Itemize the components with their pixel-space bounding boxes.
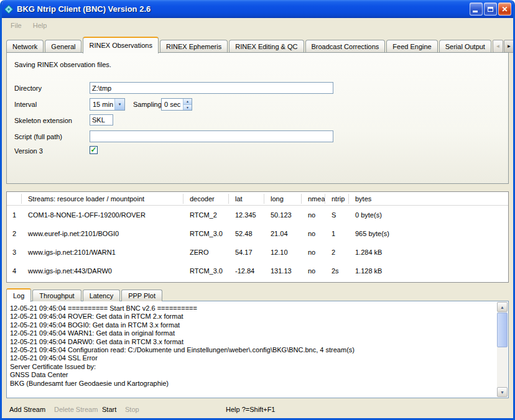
- cell-nmea: no: [302, 267, 325, 275]
- cell-decoder: RTCM_2: [183, 211, 229, 219]
- sampling-stepper[interactable]: 0 sec ▲ ▼: [161, 98, 192, 111]
- tab-feed-engine[interactable]: Feed Engine: [386, 40, 437, 53]
- cell-ntrip: 2: [325, 249, 349, 256]
- log-line: BKG (Bundesamt fuer Geodaesie und Kartog…: [10, 380, 494, 388]
- window-title: BKG Ntrip Client (BNC) Version 2.6: [17, 4, 470, 14]
- cell-long: 131.13: [264, 267, 302, 275]
- log-line: GNSS Data Center: [10, 371, 494, 379]
- log-line: 12-05-21 09:45:04 BOGI0: Get data in RTC…: [10, 321, 494, 329]
- interval-label: Interval: [14, 101, 37, 108]
- table-row[interactable]: 4 www.igs-ip.net:443/DARW0 RTCM_3.0 -12.…: [7, 262, 508, 280]
- arrow-up-icon: ▲: [500, 305, 504, 309]
- tab-general[interactable]: General: [45, 40, 81, 53]
- tab-log[interactable]: Log: [6, 288, 31, 302]
- cell-lat: 54.17: [229, 249, 264, 256]
- tab-serial-output[interactable]: Serial Output: [439, 40, 491, 53]
- log-panel: 12-05-21 09:45:04 ========== Start BNC v…: [6, 301, 509, 398]
- cell-mountpoint: www.igs-ip.net:443/DARW0: [22, 267, 183, 275]
- directory-label: Directory: [14, 84, 42, 92]
- tab-rinex-ephemeris[interactable]: RINEX Ephemeris: [160, 40, 228, 53]
- tab-scroll-right-button[interactable]: ►: [504, 40, 514, 53]
- scrollbar-thumb[interactable]: [497, 313, 508, 347]
- interval-value: 15 min: [90, 101, 114, 108]
- cell-bytes: 1.128 kB: [349, 267, 508, 275]
- cell-decoder: ZERO: [183, 249, 229, 256]
- tab-throughput[interactable]: Throughput: [32, 290, 81, 301]
- start-button[interactable]: Start: [102, 406, 116, 413]
- interval-dropdown[interactable]: 15 min ▼: [90, 98, 125, 111]
- log-line: 12-05-21 09:45:04 DARW0: Get data in RTC…: [10, 338, 494, 346]
- maximize-button[interactable]: [484, 2, 497, 16]
- arrow-down-icon: ▼: [500, 390, 504, 395]
- help-shortcut-label: Help ?=Shift+F1: [226, 406, 276, 413]
- table-row[interactable]: 2 www.euref-ip.net:2101/BOGI0 RTCM_3.0 5…: [7, 224, 508, 243]
- tab-ppp-plot[interactable]: PPP Plot: [121, 290, 162, 301]
- chevron-left-icon: ◄: [495, 43, 500, 49]
- log-line: 12-05-21 09:45:04 ========== Start BNC v…: [10, 304, 494, 313]
- cell-long: 21.04: [264, 230, 302, 237]
- table-row[interactable]: 3 www.igs-ip.net:2101/WARN1 ZERO 54.17 1…: [7, 243, 508, 262]
- statusbar: Add Stream Delete Stream Start Stop Help…: [2, 402, 513, 418]
- cell-bytes: 0 byte(s): [349, 211, 508, 219]
- skeleton-extension-input[interactable]: [90, 114, 113, 126]
- cell-mountpoint: www.igs-ip.net:2101/WARN1: [22, 249, 183, 256]
- maximize-icon: [488, 7, 493, 12]
- scroll-up-button[interactable]: ▲: [497, 302, 508, 312]
- header-long: long: [264, 194, 302, 204]
- sampling-spin-buttons: ▲ ▼: [183, 99, 192, 110]
- directory-input[interactable]: [90, 82, 333, 94]
- menubar: File Help: [2, 18, 513, 32]
- cell-long: 50.123: [264, 211, 302, 219]
- row-number: 1: [7, 211, 22, 219]
- cell-mountpoint: COM1-8-NONE-1-OFF-19200/ROVER: [22, 211, 183, 219]
- tabbar: Network General RINEX Observations RINEX…: [6, 35, 509, 53]
- spinner-down-icon[interactable]: ▼: [183, 104, 192, 111]
- menu-help[interactable]: Help: [27, 20, 53, 31]
- cell-decoder: RTCM_3.0: [183, 267, 229, 275]
- header-mountpoint: Streams: resource loader / mountpoint: [22, 194, 183, 204]
- cell-mountpoint: www.euref-ip.net:2101/BOGI0: [22, 230, 183, 237]
- table-row[interactable]: 1 COM1-8-NONE-1-OFF-19200/ROVER RTCM_2 1…: [7, 206, 508, 224]
- scroll-down-button[interactable]: ▼: [497, 387, 508, 397]
- tab-rinex-editing-qc[interactable]: RINEX Editing & QC: [229, 40, 304, 53]
- tab-network[interactable]: Network: [6, 40, 44, 53]
- version3-label: Version 3: [14, 147, 43, 155]
- cell-nmea: no: [302, 211, 325, 219]
- row-number: 3: [7, 249, 22, 256]
- minimize-button[interactable]: [470, 2, 483, 16]
- bottom-tabbar: Log Throughput Latency PPP Plot: [6, 288, 164, 301]
- cell-nmea: no: [302, 230, 325, 237]
- version3-checkbox[interactable]: ✓: [90, 146, 98, 154]
- cell-ntrip: 2s: [325, 267, 349, 275]
- add-stream-button[interactable]: Add Stream: [9, 406, 45, 413]
- cell-lat: 12.345: [229, 211, 264, 219]
- panel-description: Saving RINEX observation files.: [14, 61, 111, 68]
- script-path-input[interactable]: [90, 130, 333, 142]
- skeleton-extension-label: Skeleton extension: [14, 117, 72, 124]
- tab-broadcast-corrections[interactable]: Broadcast Corrections: [305, 40, 386, 53]
- log-scrollbar[interactable]: ▲ ▼: [497, 302, 508, 397]
- tab-scroll-controls: ◄ ►: [493, 40, 514, 53]
- chevron-down-icon[interactable]: ▼: [114, 99, 124, 110]
- menu-file[interactable]: File: [5, 20, 27, 31]
- minimize-icon: [473, 11, 478, 12]
- header-nmea: nmea: [302, 194, 325, 204]
- rinex-observations-panel: Saving RINEX observation files. Director…: [6, 52, 509, 184]
- tab-latency[interactable]: Latency: [83, 290, 121, 301]
- cell-bytes: 1.284 kB: [349, 249, 508, 256]
- cell-ntrip: 1: [325, 230, 349, 237]
- log-lines: 12-05-21 09:45:04 ========== Start BNC v…: [10, 304, 494, 388]
- titlebar[interactable]: BKG Ntrip Client (BNC) Version 2.6 ✕: [0, 0, 515, 18]
- tab-scroll-left-button[interactable]: ◄: [493, 40, 503, 53]
- close-button[interactable]: ✕: [498, 2, 511, 16]
- stop-button[interactable]: Stop: [125, 406, 139, 413]
- chevron-right-icon: ►: [506, 43, 511, 49]
- close-icon: ✕: [501, 6, 508, 13]
- cell-lat: 52.48: [229, 230, 264, 237]
- streams-table-header: Streams: resource loader / mountpoint de…: [7, 192, 508, 206]
- tab-rinex-observations[interactable]: RINEX Observations: [83, 37, 158, 53]
- delete-stream-button[interactable]: Delete Stream: [54, 406, 98, 413]
- cell-long: 12.10: [264, 249, 302, 256]
- spinner-up-icon[interactable]: ▲: [183, 99, 192, 104]
- app-window: BKG Ntrip Client (BNC) Version 2.6 ✕ Fil…: [0, 0, 515, 420]
